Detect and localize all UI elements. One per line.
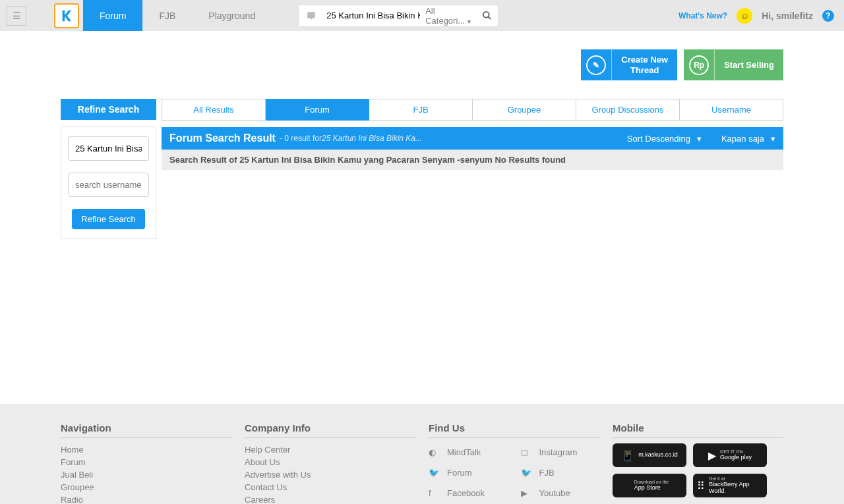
nav-forum[interactable]: Forum <box>83 0 142 31</box>
category-select[interactable]: All Categori... <box>423 6 475 26</box>
sort-controls: Sort Descending ▾ Kapan saja ▾ <box>627 134 775 144</box>
footer-link-forum[interactable]: Forum <box>61 456 231 468</box>
footer-company: Company Info Help Center About Us Advert… <box>245 422 415 504</box>
badge-blackberry[interactable]: ⠿Get it atBlackBerry App World. <box>693 474 767 497</box>
footer-findus: Find Us ◐MindTalk ◻Instagram 🐦Forum 🐦FJB… <box>429 422 599 504</box>
search-button[interactable] <box>475 11 498 20</box>
main-nav: Forum FJB Playground <box>83 0 272 31</box>
result-query: 25 Kartun Ini Bisa Bikin Ka... <box>322 134 422 143</box>
footer-link-advertise[interactable]: Advertise with Us <box>245 468 415 481</box>
rupiah-icon: Rp <box>684 49 715 80</box>
findus-youtube[interactable]: ▶Youtube <box>521 484 600 502</box>
findus-instagram[interactable]: ◻Instagram <box>521 443 600 461</box>
topbar: ☰ Forum FJB Playground All Categori... W… <box>0 0 844 31</box>
hamburger-menu-icon[interactable]: ☰ <box>7 6 26 26</box>
help-icon[interactable]: ? <box>822 10 834 22</box>
svg-line-1 <box>488 16 491 19</box>
user-greeting: Hi, smilefitz <box>762 11 813 21</box>
footer-company-title: Company Info <box>245 422 415 434</box>
footer-link-contact[interactable]: Contact Us <box>245 481 415 493</box>
footer-findus-title: Find Us <box>429 422 599 434</box>
phone-icon: 📱 <box>621 449 634 462</box>
result-title: Forum Search Result <box>169 132 276 144</box>
actions-row: ✎ Create New Thread Rp Start Selling <box>61 31 783 99</box>
twitter-icon: 🐦 <box>429 468 440 478</box>
youtube-icon: ▶ <box>521 488 533 498</box>
result-count: - 0 result for <box>280 134 322 143</box>
refine-box: Refine Search <box>61 126 156 239</box>
findus-fjb[interactable]: 🐦FJB <box>521 464 600 482</box>
nav-playground[interactable]: Playground <box>192 0 272 31</box>
create-thread-button[interactable]: ✎ Create New Thread <box>581 49 677 80</box>
findus-mindtalk[interactable]: ◐MindTalk <box>429 443 508 461</box>
twitter-icon: 🐦 <box>521 468 533 478</box>
nav-fjb[interactable]: FJB <box>142 0 192 31</box>
facebook-icon: f <box>429 488 440 498</box>
sort-order-select[interactable]: Sort Descending ▾ <box>627 134 702 144</box>
tab-fjb[interactable]: FJB <box>369 99 473 121</box>
refine-header: Refine Search <box>61 99 156 120</box>
play-icon: ▶ <box>708 449 716 462</box>
result-header: Forum Search Result - 0 result for 25 Ka… <box>162 127 783 150</box>
search-bar: All Categori... <box>298 5 498 27</box>
footer-mobile-title: Mobile <box>613 422 783 434</box>
site-logo[interactable] <box>54 3 79 28</box>
result-message: Search Result of 25 Kartun Ini Bisa Biki… <box>162 150 783 170</box>
badge-appstore[interactable]: Download on theApp Store <box>613 474 686 497</box>
instagram-icon: ◻ <box>521 447 533 457</box>
chat-icon <box>299 11 324 20</box>
tab-forum[interactable]: Forum <box>266 99 369 121</box>
footer-mobile: Mobile 📱m.kaskus.co.id ▶GET IT ONGoogle … <box>613 422 783 504</box>
pencil-icon: ✎ <box>581 49 612 80</box>
topbar-right: What's New? ☺ Hi, smilefitz ? <box>678 8 834 24</box>
result-tabs: All Results Forum FJB Groupee Group Disc… <box>162 99 783 121</box>
blackberry-icon: ⠿ <box>697 480 705 492</box>
footer-navigation: Navigation Home Forum Jual Beli Groupee … <box>61 422 231 504</box>
findus-forum[interactable]: 🐦Forum <box>429 464 508 482</box>
footer-link-radio[interactable]: Radio <box>61 493 231 504</box>
whats-new-link[interactable]: What's New? <box>678 11 727 20</box>
footer-link-groupee[interactable]: Groupee <box>61 481 231 493</box>
refine-keyword-input[interactable] <box>68 136 149 161</box>
footer-link-careers[interactable]: Careers <box>245 493 415 504</box>
refine-submit-button[interactable]: Refine Search <box>72 209 144 229</box>
user-avatar[interactable]: ☺ <box>737 8 752 24</box>
tab-username[interactable]: Username <box>680 99 783 121</box>
footer-link-home[interactable]: Home <box>61 443 231 456</box>
footer-nav-title: Navigation <box>61 422 231 434</box>
tab-group-discussions[interactable]: Group Discussions <box>576 99 680 121</box>
findus-facebook[interactable]: fFacebook <box>429 484 508 502</box>
footer: Navigation Home Forum Jual Beli Groupee … <box>0 404 844 504</box>
refine-sidebar: Refine Search Refine Search <box>61 99 156 239</box>
footer-link-help[interactable]: Help Center <box>245 443 415 456</box>
footer-link-about[interactable]: About Us <box>245 456 415 468</box>
footer-link-jualbeli[interactable]: Jual Beli <box>61 468 231 481</box>
search-input[interactable] <box>324 11 423 20</box>
content: Refine Search Refine Search All Results … <box>61 99 783 239</box>
refine-username-input[interactable] <box>68 173 149 197</box>
mindtalk-icon: ◐ <box>429 447 440 457</box>
main-panel: All Results Forum FJB Groupee Group Disc… <box>162 99 783 239</box>
tab-all-results[interactable]: All Results <box>162 99 266 121</box>
badge-mkaskus[interactable]: 📱m.kaskus.co.id <box>613 443 686 467</box>
time-filter-select[interactable]: Kapan saja ▾ <box>721 134 775 144</box>
tab-groupee[interactable]: Groupee <box>473 99 576 121</box>
svg-point-0 <box>483 12 489 18</box>
start-selling-button[interactable]: Rp Start Selling <box>684 49 783 80</box>
badge-googleplay[interactable]: ▶GET IT ONGoogle play <box>693 443 767 467</box>
